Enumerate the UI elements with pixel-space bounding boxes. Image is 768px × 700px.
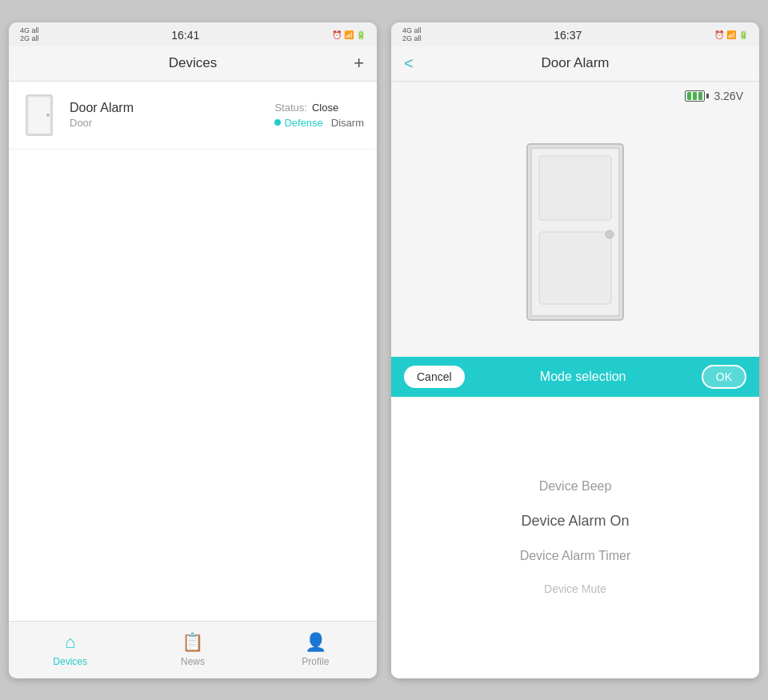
status-bar-left: 4G all 2G all 16:41 ⏰ 📶 🔋: [9, 22, 377, 46]
tab-bar: ⌂ Devices 📋 News 👤 Profile: [9, 621, 377, 678]
svg-rect-5: [539, 156, 611, 220]
status-label: Status:: [274, 102, 306, 114]
add-device-button[interactable]: +: [354, 54, 364, 72]
battery-cell-1: [687, 92, 691, 100]
option-device-mute[interactable]: Device Mute: [391, 573, 759, 605]
status-2g: 2G all: [20, 35, 39, 43]
tab-news[interactable]: 📋 News: [131, 626, 254, 674]
device-item-door-alarm[interactable]: Door Alarm Door Status: Close Defense Di…: [9, 82, 377, 150]
cancel-button[interactable]: Cancel: [404, 366, 465, 388]
tab-profile[interactable]: 👤 Profile: [254, 626, 377, 674]
news-icon: 📋: [182, 632, 203, 653]
voltage-display: 3.26V: [714, 90, 743, 102]
battery-tip: [706, 94, 709, 98]
options-list: Device Beep Device Alarm On Device Alarm…: [391, 397, 759, 678]
option-device-beep[interactable]: Device Beep: [391, 470, 759, 503]
detail-content: 3.26V Cancel: [391, 82, 759, 678]
option-device-alarm-on[interactable]: Device Alarm On: [391, 503, 759, 539]
status-2g-right: 2G all: [402, 35, 422, 43]
devices-nav-header: Devices +: [9, 46, 377, 82]
status-icons-left: ⏰ 📶 🔋: [332, 30, 366, 39]
mode-title: Mode selection: [465, 370, 702, 384]
wifi-icon-right: 📶: [726, 30, 736, 39]
battery-area: 3.26V: [391, 82, 759, 107]
alarm-icon-right: ⏰: [714, 30, 724, 39]
back-button[interactable]: <: [404, 54, 414, 73]
device-info: Door Alarm Door: [70, 101, 274, 129]
door-large-icon: [523, 140, 627, 324]
status-left-info: 4G all 2G all: [20, 27, 39, 43]
status-right-left-info: 4G all 2G all: [402, 27, 422, 43]
defense-dot: [274, 119, 281, 126]
devices-title: Devices: [169, 55, 217, 71]
tab-profile-label: Profile: [302, 656, 329, 667]
battery-indicator: [685, 90, 709, 102]
device-type: Door: [70, 117, 274, 129]
tab-news-label: News: [181, 656, 205, 667]
device-list: Door Alarm Door Status: Close Defense Di…: [9, 82, 377, 621]
svg-point-7: [606, 230, 614, 238]
status-icons-right: ⏰ 📶 🔋: [714, 30, 748, 39]
status-time-left: 16:41: [171, 29, 199, 42]
defense-label: Defense: [284, 117, 322, 129]
tab-devices-label: Devices: [53, 656, 87, 667]
device-icon-door: [22, 93, 57, 138]
svg-rect-6: [539, 232, 611, 304]
ok-button[interactable]: OK: [702, 365, 746, 389]
option-device-alarm-timer[interactable]: Device Alarm Timer: [391, 539, 759, 573]
wifi-icon: 📶: [344, 30, 354, 39]
alarm-icon: ⏰: [332, 30, 342, 39]
status-bar-right: 4G all 2G all 16:37 ⏰ 📶 🔋: [391, 22, 759, 46]
right-phone: 4G all 2G all 16:37 ⏰ 📶 🔋 < Door Alarm: [391, 22, 759, 678]
door-image-area: [391, 107, 759, 357]
mode-selection-bar: Cancel Mode selection OK: [391, 357, 759, 397]
disarm-label: Disarm: [331, 117, 364, 129]
detail-title: Door Alarm: [541, 55, 609, 71]
home-icon: ⌂: [65, 632, 75, 653]
svg-point-2: [46, 114, 50, 117]
device-status: Status: Close Defense Disarm: [274, 102, 364, 129]
profile-icon: 👤: [305, 632, 326, 653]
status-time-right: 16:37: [554, 29, 582, 42]
detail-nav-header: < Door Alarm: [391, 46, 759, 82]
door-small-icon: [25, 94, 54, 136]
left-phone: 4G all 2G all 16:41 ⏰ 📶 🔋 Devices +: [9, 22, 377, 678]
battery-icon-right: 🔋: [738, 30, 748, 39]
battery-icon: 🔋: [356, 30, 366, 39]
tab-devices[interactable]: ⌂ Devices: [9, 626, 131, 674]
status-value-close: Close: [312, 102, 338, 114]
device-name: Door Alarm: [70, 101, 274, 115]
battery-cell-3: [698, 92, 702, 100]
battery-cell-2: [693, 92, 697, 100]
